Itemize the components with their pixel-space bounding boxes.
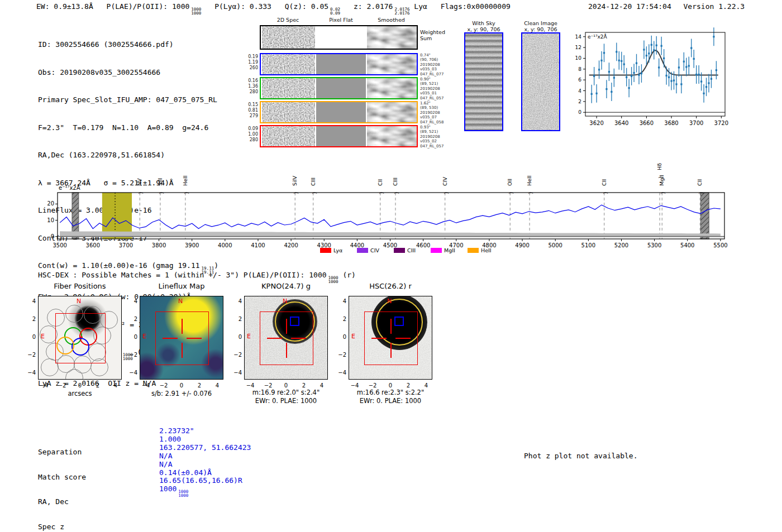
elixer-report-page: EW: 0.9±13.8Å P(LAE)/P(OII): 10001000100… [0, 0, 782, 532]
svg-text:3700: 3700 [119, 242, 133, 248]
compass-north-label: N [178, 298, 183, 305]
z-fraction: 2.01762.0176 [394, 7, 409, 15]
flags-value: Flags:0x00000009 [441, 2, 511, 11]
row-annotation: 0.74"(90, 706)20190208v035_03047_RL_077 [420, 53, 459, 76]
svg-text:{: { [660, 191, 665, 194]
axis-tick-x: 2 [297, 382, 311, 389]
weighted-sum-label: Weighted Sum [420, 29, 452, 41]
svg-text:5100: 5100 [581, 242, 595, 248]
plae-fraction-table: 10001000 [178, 490, 188, 497]
qz-fraction: 0.020.09 [330, 7, 340, 15]
svg-text:MgII: MgII [659, 175, 665, 186]
axis-tick-y: 4 [332, 298, 346, 304]
table-row-value: 163.220577, 51.662423 [159, 444, 251, 452]
axis-tick-y: 0 [123, 334, 137, 340]
axis-tick-y: 2 [332, 316, 346, 322]
svg-text:e⁻¹⁷x2Å: e⁻¹⁷x2Å [59, 184, 80, 191]
with-sky-title: With Sky x, y: 90, 706 [459, 20, 509, 32]
table-row-label: Separation [38, 448, 103, 457]
info-seeing: F=2.3" T=0.179 N=1.10 A=0.89 g=24.6 [38, 123, 218, 133]
axis-tick-x: 0 [384, 382, 397, 389]
axis-tick-y: −2 [227, 352, 242, 358]
axis-tick-x: −2 [55, 382, 69, 389]
axis-tick-x: −2 [366, 382, 379, 389]
match-table-values: 2.23732" 1.000 163.220577, 51.662423 N/A… [159, 427, 251, 497]
pixel-flat-image [316, 126, 366, 146]
spec2d-image [262, 126, 315, 146]
axis-tick-x: 4 [419, 382, 433, 389]
axis-tick-x: 4 [315, 382, 328, 389]
svg-text:NV: NV [136, 178, 142, 186]
axis-tick-y: 2 [227, 316, 242, 322]
svg-text:Lyα: Lyα [333, 247, 342, 253]
spec2d-image [262, 26, 315, 49]
svg-text:10: 10 [575, 55, 582, 61]
table-row-value: 1.000 [159, 435, 251, 444]
svg-text:12: 12 [575, 45, 581, 50]
p-lya-value: P(Lyα): 0.333 [214, 2, 271, 11]
smoothed-image [367, 126, 417, 146]
crosshair-segment [163, 338, 178, 339]
svg-text:3720: 3720 [714, 120, 728, 126]
axis-tick-x: 4 [109, 382, 122, 389]
svg-text:4100: 4100 [251, 242, 265, 248]
svg-text:{: { [379, 191, 384, 194]
svg-text:CIII: CIII [392, 178, 398, 186]
svg-text:{: { [444, 191, 449, 194]
spec2d-exposure-row [260, 125, 418, 147]
svg-text:CII: CII [377, 179, 383, 186]
crosshair-segment [390, 343, 392, 358]
axis-tick-x: 0 [175, 382, 188, 389]
svg-text:{: { [184, 191, 189, 194]
axis-tick-y: 0 [21, 334, 36, 340]
svg-text:8: 8 [578, 66, 581, 72]
panel-title: Lineflux Map [140, 282, 223, 290]
pixel-flat-image [316, 26, 366, 49]
kpno-g-image: N E [244, 296, 328, 380]
ew-value: EW: 0.9±13.8Å [36, 2, 93, 11]
svg-text:CIII: CIII [310, 178, 316, 186]
fiber-positions-image: N E [38, 296, 122, 380]
clean-image [521, 32, 560, 131]
table-row-value: N/A [159, 461, 251, 469]
table-row-value: 0.14(±0.04)Å [159, 469, 251, 477]
spec2d-exposure-row [260, 53, 418, 75]
panel-title: HSC(26.2) r [349, 282, 432, 290]
svg-text:3680: 3680 [664, 120, 678, 126]
svg-text:OII: OII [507, 179, 513, 186]
svg-text:4400: 4400 [350, 242, 364, 248]
info-ifu-amp: Primary Spec_Slot_IFU_AMP: 047_075_075_R… [38, 95, 218, 105]
z-value: z: 2.01762.01762.0176 Lyα [354, 2, 427, 11]
plae-fraction: 10001000 [191, 7, 201, 15]
svg-text:3800: 3800 [152, 242, 166, 248]
compass-north-label: N [387, 298, 392, 305]
svg-text:0: 0 [578, 109, 581, 115]
svg-text:SiIV: SiIV [292, 176, 298, 186]
svg-text:3900: 3900 [185, 242, 199, 248]
svg-text:3660: 3660 [640, 120, 654, 126]
smoothed-image [367, 102, 417, 122]
compass-north-label: N [283, 298, 287, 305]
plae-poii-value: P(LAE)/P(OII): 100010001000 [107, 2, 202, 11]
svg-text:0: 0 [51, 233, 54, 239]
info-id: ID: 3002554666 (3002554666.pdf) [38, 40, 218, 50]
svg-text:5200: 5200 [614, 242, 628, 248]
spec2d-image [262, 78, 315, 98]
axis-tick-x: −4 [244, 382, 257, 389]
column-header-2dspec: 2D Spec [261, 17, 315, 23]
lineflux-map-image: N E [140, 296, 223, 380]
table-row-value: 2.23732" [159, 427, 251, 435]
header-row: EW: 0.9±13.8Å P(LAE)/P(OII): 10001000100… [36, 2, 519, 15]
report-timestamp: 2024-12-20 17:54:04 [588, 2, 671, 11]
info-obs: Obs: 20190208v035_3002554666 [38, 68, 218, 78]
axis-tick-x: 0 [73, 382, 87, 389]
axis-tick-y: −4 [227, 370, 242, 376]
panel-fiber-positions: Fiber Positions N E arcsecs −4−4 [21, 282, 130, 410]
axis-tick-y: −4 [332, 370, 346, 376]
line-id-label: Lyα [414, 2, 427, 11]
svg-text:{: { [698, 191, 703, 194]
pixel-flat-image [316, 102, 366, 122]
svg-text:CIII: CIII [407, 247, 416, 253]
axis-tick-x: −4 [37, 382, 51, 389]
svg-text:4600: 4600 [416, 242, 430, 248]
